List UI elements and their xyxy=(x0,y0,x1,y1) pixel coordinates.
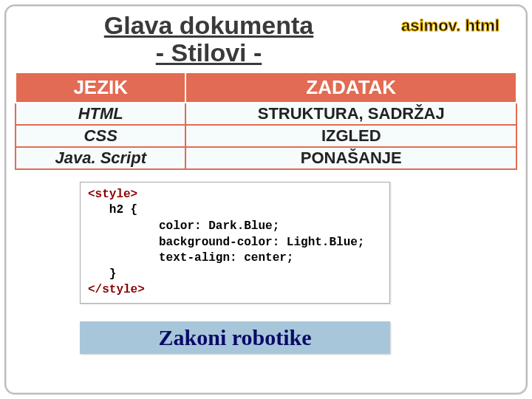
code-line: } xyxy=(88,267,116,281)
code-line: </style> xyxy=(88,283,145,296)
cell-task: PONAŠANJE xyxy=(185,147,516,169)
filename-label: asimov. html xyxy=(401,12,516,35)
table-row: HTML STRUKTURA, SADRŽAJ xyxy=(16,103,516,125)
code-line: text-align: center; xyxy=(88,251,293,265)
cell-task: STRUKTURA, SADRŽAJ xyxy=(185,103,516,125)
table-row: CSS IZGLED xyxy=(16,125,516,147)
code-line: background-color: Light.Blue; xyxy=(88,236,364,249)
slide-frame: Glava dokumenta - Stilovi - asimov. html… xyxy=(4,4,528,395)
header-row: Glava dokumenta - Stilovi - asimov. html xyxy=(6,6,526,69)
code-snippet: <style> h2 { color: Dark.Blue; backgroun… xyxy=(80,182,390,304)
demo-preview: Zakoni robotike xyxy=(80,321,390,354)
code-line: color: Dark.Blue; xyxy=(88,219,279,233)
cell-task: IZGLED xyxy=(185,125,516,147)
title-block: Glava dokumenta - Stilovi - xyxy=(16,12,401,67)
cell-lang: CSS xyxy=(16,125,185,147)
title-line-2: - Stilovi - xyxy=(16,39,401,66)
title-line-1: Glava dokumenta xyxy=(16,12,401,39)
table-header-row: JEZIK ZADATAK xyxy=(16,72,516,103)
demo-bar: Zakoni robotike xyxy=(80,321,390,354)
demo-heading: Zakoni robotike xyxy=(83,325,386,350)
code-line: <style> xyxy=(88,188,137,201)
cell-lang: HTML xyxy=(16,103,185,125)
language-task-table: JEZIK ZADATAK HTML STRUKTURA, SADRŽAJ CS… xyxy=(15,72,517,170)
cell-lang: Java. Script xyxy=(16,147,185,169)
header-jezik: JEZIK xyxy=(16,72,185,103)
header-zadatak: ZADATAK xyxy=(185,72,516,103)
table-row: Java. Script PONAŠANJE xyxy=(16,147,516,169)
code-line: h2 { xyxy=(88,203,137,216)
